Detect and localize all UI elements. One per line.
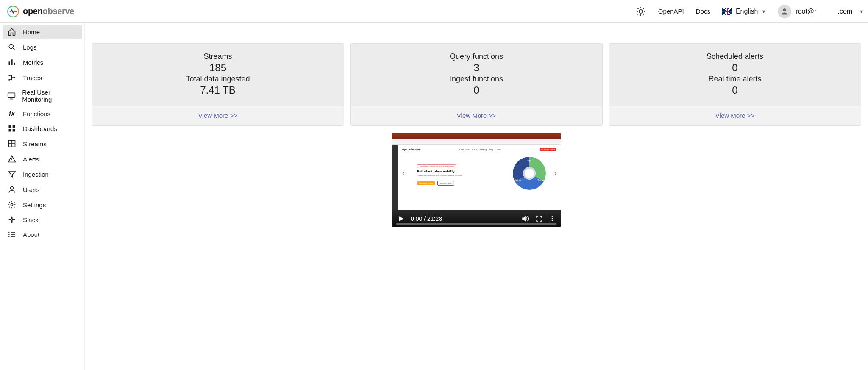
sidebar-item-users[interactable]: Users [3, 182, 82, 197]
user-icon [7, 185, 17, 194]
sidebar-item-alerts[interactable]: Alerts [3, 152, 82, 166]
view-more-link[interactable]: View More >> [457, 112, 496, 119]
openapi-link[interactable]: OpenAPI [658, 8, 684, 15]
thumb-subtitle: Observe front end, back end, databases, … [417, 175, 504, 177]
sidebar-item-streams[interactable]: Streams [3, 136, 82, 151]
svg-rect-21 [9, 125, 11, 128]
user-domain: .com [837, 8, 852, 15]
svg-point-31 [11, 204, 13, 206]
sidebar-item-label: Settings [23, 201, 46, 209]
sidebar-item-label: Metrics [23, 59, 43, 66]
svg-line-8 [637, 14, 638, 14]
sidebar-item-logs[interactable]: Logs [3, 40, 82, 54]
sidebar-item-slack[interactable]: Slack [3, 213, 82, 226]
alert-icon [7, 155, 17, 163]
thumb-title: Full stack observability [417, 170, 504, 173]
sidebar-item-traces[interactable]: Traces [3, 70, 82, 85]
metric-label: Total data ingested [96, 75, 339, 83]
sidebar-item-real-user-monitoring[interactable]: Real User Monitoring [3, 86, 82, 106]
chevron-down-icon: ▼ [761, 9, 766, 14]
layout: HomeLogsMetricsTracesReal User Monitorin… [0, 23, 868, 370]
carousel-next-icon: › [554, 170, 556, 177]
summary-card: Streams185Total data ingested7.41 TBView… [92, 43, 344, 126]
svg-rect-15 [14, 63, 15, 65]
svg-rect-19 [8, 93, 15, 97]
view-more-link[interactable]: View More >> [198, 112, 237, 119]
thumb-top-btn: Get Started for free [540, 148, 556, 151]
volume-button[interactable] [521, 214, 529, 223]
app-header: openobserve OpenAPI Docs English ▼ root@… [0, 0, 868, 23]
video-player[interactable]: openobserve Features ▾FAQsPricingBlogDoc… [392, 133, 561, 227]
svg-point-30 [11, 186, 14, 189]
metric-value: 0 [355, 84, 598, 96]
sidebar-item-label: Real User Monitoring [22, 89, 78, 103]
svg-point-29 [11, 161, 12, 161]
list-icon [7, 230, 17, 239]
thumb-brand: openobserve [402, 148, 421, 151]
grid-icon [7, 139, 17, 148]
main-content: Streams185Total data ingested7.41 TBView… [85, 23, 868, 370]
sidebar-item-label: Traces [23, 74, 42, 81]
user-icon [780, 7, 789, 16]
fullscreen-button[interactable] [535, 215, 543, 223]
svg-rect-23 [9, 129, 11, 132]
svg-rect-14 [11, 59, 12, 65]
summary-cards: Streams185Total data ingested7.41 TBView… [92, 43, 861, 126]
metric-label: Scheduled alerts [613, 52, 857, 61]
metric-value: 7.41 TB [96, 84, 339, 96]
svg-point-42 [552, 216, 553, 217]
svg-rect-35 [12, 219, 15, 220]
sidebar-item-ingestion[interactable]: Ingestion [3, 167, 82, 181]
thumb-cta2: Request a demo [437, 181, 454, 186]
traces-icon [7, 73, 17, 82]
video-progress[interactable] [396, 223, 556, 225]
sidebar-item-label: Logs [23, 44, 37, 51]
svg-point-1 [639, 10, 643, 13]
brand-logo-icon [7, 5, 19, 18]
sidebar-item-label: Slack [23, 216, 39, 223]
thumb-cta1: Get started for free [417, 181, 435, 185]
donut-chart: Logs Traces Metrics [513, 157, 546, 190]
play-button[interactable] [397, 215, 405, 223]
sidebar-item-label: Ingestion [23, 171, 49, 178]
more-button[interactable] [549, 215, 556, 222]
fullscreen-icon [535, 215, 543, 223]
slack-icon [7, 216, 17, 223]
video-thumbnail: openobserve Features ▾FAQsPricingBlogDoc… [392, 133, 561, 210]
video-time: 0:00 / 21:28 [411, 215, 442, 222]
sidebar-item-label: About [23, 231, 39, 238]
view-more-link[interactable]: View More >> [715, 112, 754, 119]
docs-link[interactable]: Docs [696, 8, 710, 15]
filter-icon [7, 170, 17, 178]
sidebar-item-metrics[interactable]: Metrics [3, 55, 82, 70]
svg-point-43 [552, 218, 553, 220]
sidebar-item-label: Alerts [23, 156, 39, 163]
search-icon [7, 43, 17, 51]
sidebar-item-dashboards[interactable]: Dashboards [3, 121, 82, 136]
metric-value: 0 [613, 84, 857, 96]
svg-point-38 [8, 236, 10, 237]
avatar [778, 5, 791, 18]
svg-point-44 [552, 220, 553, 221]
svg-line-9 [643, 8, 644, 9]
header-right: OpenAPI Docs English ▼ root@r .com ▼ [635, 5, 864, 18]
sidebar-item-label: Streams [23, 140, 47, 147]
svg-point-36 [8, 232, 10, 233]
home-icon [7, 28, 17, 36]
brand-logo[interactable]: openobserve [7, 5, 74, 18]
sidebar-item-home[interactable]: Home [3, 25, 82, 39]
svg-rect-24 [13, 129, 15, 132]
brand-prefix: open [23, 6, 43, 16]
metric-value: 185 [96, 62, 339, 74]
user-menu[interactable]: root@r .com ▼ [778, 5, 864, 18]
sidebar-item-about[interactable]: About [3, 227, 82, 242]
sidebar: HomeLogsMetricsTracesReal User Monitorin… [0, 23, 85, 370]
svg-rect-16 [9, 75, 10, 76]
gear-icon [7, 200, 17, 209]
sidebar-item-label: Functions [23, 110, 50, 117]
theme-toggle[interactable] [635, 6, 646, 17]
sidebar-item-functions[interactable]: fxFunctions [3, 107, 82, 120]
language-selector[interactable]: English ▼ [722, 8, 766, 15]
dashboard-icon [7, 124, 17, 133]
sidebar-item-settings[interactable]: Settings [3, 198, 82, 212]
